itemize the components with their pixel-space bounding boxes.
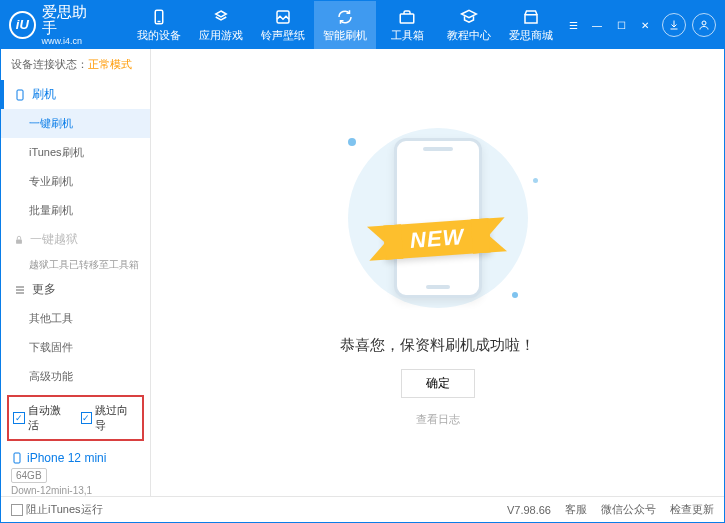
nav-tutorials[interactable]: 教程中心 bbox=[438, 1, 500, 49]
footer: 阻止iTunes运行 V7.98.66 客服 微信公众号 检查更新 bbox=[1, 496, 724, 522]
sidebar-item-batch-flash[interactable]: 批量刷机 bbox=[1, 196, 150, 225]
sidebar-item-advanced[interactable]: 高级功能 bbox=[1, 362, 150, 391]
nav-my-device[interactable]: 我的设备 bbox=[128, 1, 190, 49]
user-icon bbox=[698, 19, 710, 31]
footer-link-support[interactable]: 客服 bbox=[565, 502, 587, 517]
version-label: V7.98.66 bbox=[507, 504, 551, 516]
connection-status: 设备连接状态：正常模式 bbox=[1, 49, 150, 80]
footer-link-wechat[interactable]: 微信公众号 bbox=[601, 502, 656, 517]
success-text: 恭喜您，保资料刷机成功啦！ bbox=[340, 336, 535, 355]
nav-ringtones[interactable]: 铃声壁纸 bbox=[252, 1, 314, 49]
nav-label: 教程中心 bbox=[447, 28, 491, 43]
section-label: 更多 bbox=[32, 281, 56, 298]
logo-icon: iU bbox=[9, 11, 36, 39]
lock-icon bbox=[14, 235, 24, 245]
nav-label: 工具箱 bbox=[391, 28, 424, 43]
section-label: 刷机 bbox=[32, 86, 56, 103]
sidebar-section-more[interactable]: 更多 bbox=[1, 275, 150, 304]
toolbox-icon bbox=[398, 8, 416, 26]
skip-guide-checkbox[interactable]: ✓跳过向导 bbox=[81, 403, 139, 433]
user-button[interactable] bbox=[692, 13, 716, 37]
device-sub: Down-12mini-13,1 bbox=[11, 485, 140, 496]
nav-label: 铃声壁纸 bbox=[261, 28, 305, 43]
svg-rect-8 bbox=[16, 239, 22, 243]
confirm-button[interactable]: 确定 bbox=[401, 369, 475, 398]
sidebar-item-itunes-flash[interactable]: iTunes刷机 bbox=[1, 138, 150, 167]
sidebar-item-oneclick-flash[interactable]: 一键刷机 bbox=[1, 109, 150, 138]
nav-smart-flash[interactable]: 智能刷机 bbox=[314, 1, 376, 49]
titlebar: iU 爱思助手 www.i4.cn 我的设备 应用游戏 铃声壁纸 智能刷机 bbox=[1, 1, 724, 49]
sidebar-item-other-tools[interactable]: 其他工具 bbox=[1, 304, 150, 333]
phone-icon bbox=[11, 451, 23, 465]
device-block[interactable]: iPhone 12 mini 64GB Down-12mini-13,1 bbox=[1, 445, 150, 496]
store-icon bbox=[522, 8, 540, 26]
sidebar-item-download-fw[interactable]: 下载固件 bbox=[1, 333, 150, 362]
storage-badge: 64GB bbox=[11, 468, 47, 483]
apps-icon bbox=[212, 8, 230, 26]
sidebar-section-flash[interactable]: 刷机 bbox=[1, 80, 150, 109]
maximize-button[interactable]: ☐ bbox=[610, 15, 632, 35]
logo: iU 爱思助手 www.i4.cn bbox=[9, 4, 98, 47]
sidebar-section-jailbreak: 一键越狱 bbox=[1, 225, 150, 254]
svg-rect-3 bbox=[400, 14, 414, 23]
nav-store[interactable]: 爱思商城 bbox=[500, 1, 562, 49]
device-name: iPhone 12 mini bbox=[11, 451, 140, 465]
svg-rect-12 bbox=[14, 453, 20, 463]
tutorial-icon bbox=[460, 8, 478, 26]
view-log-link[interactable]: 查看日志 bbox=[416, 412, 460, 427]
app-url: www.i4.cn bbox=[42, 37, 98, 47]
success-illustration: NEW bbox=[328, 118, 548, 318]
menu-icon[interactable]: ☰ bbox=[562, 15, 584, 35]
app-name: 爱思助手 bbox=[42, 4, 98, 37]
refresh-icon bbox=[336, 8, 354, 26]
section-label: 一键越狱 bbox=[30, 231, 78, 248]
phone-icon bbox=[14, 88, 26, 102]
nav-toolbox[interactable]: 工具箱 bbox=[376, 1, 438, 49]
download-button[interactable] bbox=[662, 13, 686, 37]
svg-point-6 bbox=[702, 21, 706, 25]
nav-label: 我的设备 bbox=[137, 28, 181, 43]
svg-rect-4 bbox=[525, 14, 537, 22]
main-content: NEW 恭喜您，保资料刷机成功啦！ 确定 查看日志 bbox=[151, 49, 724, 496]
device-icon bbox=[150, 8, 168, 26]
app-window: iU 爱思助手 www.i4.cn 我的设备 应用游戏 铃声壁纸 智能刷机 bbox=[0, 0, 725, 523]
wallpaper-icon bbox=[274, 8, 292, 26]
nav-label: 智能刷机 bbox=[323, 28, 367, 43]
nav-label: 爱思商城 bbox=[509, 28, 553, 43]
close-button[interactable]: ✕ bbox=[634, 15, 656, 35]
jailbreak-note: 越狱工具已转移至工具箱 bbox=[1, 254, 150, 275]
list-icon bbox=[14, 284, 26, 296]
options-highlight-box: ✓自动激活 ✓跳过向导 bbox=[7, 395, 144, 441]
top-nav: 我的设备 应用游戏 铃声壁纸 智能刷机 工具箱 教程中心 bbox=[128, 1, 562, 49]
nav-apps-games[interactable]: 应用游戏 bbox=[190, 1, 252, 49]
svg-rect-7 bbox=[17, 90, 23, 100]
footer-link-update[interactable]: 检查更新 bbox=[670, 502, 714, 517]
auto-activate-checkbox[interactable]: ✓自动激活 bbox=[13, 403, 71, 433]
sidebar-item-pro-flash[interactable]: 专业刷机 bbox=[1, 167, 150, 196]
download-icon bbox=[668, 19, 680, 31]
minimize-button[interactable]: — bbox=[586, 15, 608, 35]
sidebar: 设备连接状态：正常模式 刷机 一键刷机 iTunes刷机 专业刷机 批量刷机 一… bbox=[1, 49, 151, 496]
nav-label: 应用游戏 bbox=[199, 28, 243, 43]
block-itunes-checkbox[interactable]: 阻止iTunes运行 bbox=[11, 502, 103, 517]
